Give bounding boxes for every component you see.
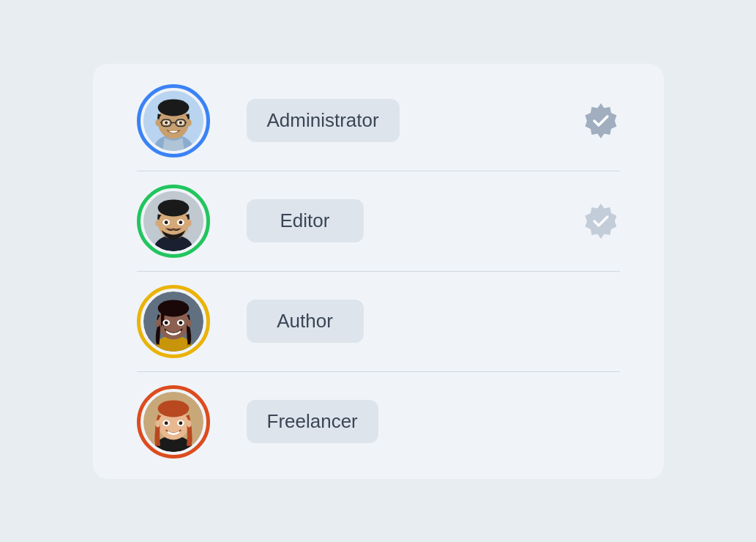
- avatar-author: [137, 285, 210, 358]
- verified-badge-editor: [582, 202, 620, 240]
- avatar-freelancer: [137, 385, 210, 459]
- verified-badge-administrator: [582, 102, 620, 140]
- svg-point-24: [179, 220, 182, 224]
- svg-point-36: [155, 319, 160, 327]
- svg-point-14: [155, 119, 160, 126]
- svg-point-47: [155, 420, 160, 427]
- svg-point-11: [165, 121, 168, 124]
- svg-point-33: [164, 321, 168, 324]
- svg-point-22: [164, 220, 168, 224]
- avatar-administrator: [137, 84, 210, 157]
- role-label-author: Author: [247, 300, 364, 343]
- user-row-administrator[interactable]: Administrator: [137, 71, 620, 171]
- svg-point-13: [179, 121, 181, 124]
- user-list: Administrator: [93, 64, 664, 479]
- avatar-editor: [137, 185, 210, 258]
- role-label-freelancer: Freelancer: [247, 400, 378, 443]
- svg-point-48: [187, 420, 192, 427]
- svg-point-4: [157, 99, 189, 116]
- role-label-editor: Editor: [247, 199, 364, 242]
- user-row-author[interactable]: Author: [137, 272, 620, 372]
- svg-point-44: [164, 421, 168, 425]
- svg-point-37: [187, 319, 192, 327]
- role-label-administrator: Administrator: [247, 99, 400, 142]
- user-row-editor[interactable]: Editor: [137, 171, 620, 272]
- svg-point-35: [179, 321, 182, 324]
- user-row-freelancer[interactable]: Freelancer: [137, 372, 620, 472]
- svg-point-15: [187, 119, 192, 126]
- svg-point-42: [157, 400, 189, 417]
- svg-point-25: [155, 219, 160, 226]
- svg-point-20: [157, 199, 189, 216]
- svg-point-46: [179, 421, 182, 425]
- svg-point-26: [187, 219, 192, 226]
